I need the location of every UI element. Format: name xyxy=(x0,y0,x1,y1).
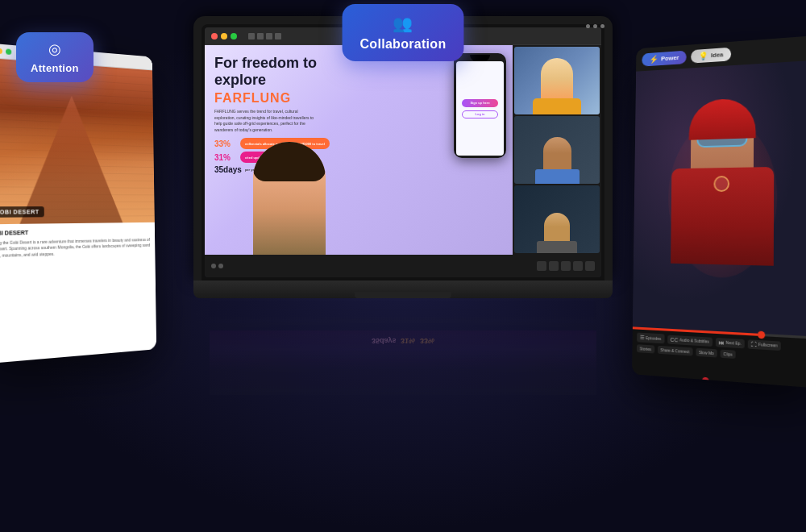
laptop-content: For freedom to explore FARFLUNG FARFLUNG… xyxy=(205,45,601,255)
fullscreen-label: Fullscreen xyxy=(758,342,778,348)
taskbar-icon-5 xyxy=(585,261,595,271)
mac-maximize-btn xyxy=(6,48,11,55)
gobi-text-section: GOBI DESERT Visiting the Gobi Desert is … xyxy=(0,222,155,265)
gobi-title: GOBI DESERT xyxy=(0,227,151,238)
video-player-content xyxy=(633,60,806,337)
presentation-person xyxy=(253,142,326,255)
stat-3-value: 35days xyxy=(214,165,242,174)
phone-mockup: Sign up here Log in xyxy=(454,53,506,158)
ls-tb-1 xyxy=(248,33,255,39)
taskbar-icon-3 xyxy=(561,261,571,271)
reflection-stat-2: 31% xyxy=(401,337,415,345)
fullscreen-icon: ⛶ xyxy=(751,341,757,347)
slow-btn[interactable]: Slow Mo xyxy=(696,348,717,358)
clips-btn[interactable]: Clips xyxy=(721,350,736,359)
deco-dot-3 xyxy=(600,24,604,28)
next-ep-btn[interactable]: ⏭ Next Ep. xyxy=(716,337,745,347)
idea-badge[interactable]: 💡 Idea xyxy=(691,47,731,63)
video-controls: ☰ Episodes CC Audio & Subtitles ⏭ Next E… xyxy=(632,329,806,388)
main-scene: GOBI DESERT GOBI DESERT Visiting the Gob… xyxy=(0,0,806,532)
ls-close xyxy=(211,33,218,39)
idea-label: Idea xyxy=(711,51,723,59)
collaboration-badge[interactable]: 👥 Collaboration xyxy=(342,4,463,61)
attention-label: Attention xyxy=(31,62,79,74)
presentation-slide: For freedom to explore FARFLUNG FARFLUNG… xyxy=(205,45,513,255)
taskbar-icon-4 xyxy=(573,261,583,271)
stat-1-value: 33% xyxy=(214,139,237,148)
signup-btn: Sign up here xyxy=(462,99,498,107)
video-cell-3 xyxy=(514,185,600,253)
deco-dots xyxy=(586,24,604,28)
hero-background xyxy=(633,60,806,337)
taskbar-icon-1 xyxy=(537,261,546,271)
subtitles-icon: CC xyxy=(671,336,679,343)
deco-dot-2 xyxy=(593,24,597,28)
subtitles-btn[interactable]: CC Audio & Subtitles xyxy=(667,335,713,346)
power-badge[interactable]: ⚡ Power xyxy=(642,50,686,66)
taskbar-dot-2 xyxy=(218,264,223,268)
collab-label: Collaboration xyxy=(359,37,446,52)
video-cell-2 xyxy=(514,116,600,184)
gobi-label: GOBI DESERT xyxy=(0,206,44,218)
laptop-screen: For freedom to explore FARFLUNG FARFLUNG… xyxy=(205,27,601,277)
episodes-btn[interactable]: ☰ Episodes xyxy=(637,333,664,344)
laptop-container: 👥 Collaboration xyxy=(193,16,613,395)
ls-tb-3 xyxy=(266,33,272,39)
gobi-body: Visiting the Gobi Desert is a rare adven… xyxy=(0,237,151,260)
gobi-desert-image: GOBI DESERT xyxy=(0,57,155,224)
clips-label: Clips xyxy=(723,351,732,357)
phone-screen: Sign up here Log in xyxy=(456,61,504,156)
episodes-icon: ☰ xyxy=(640,335,645,341)
taskbar-icon-2 xyxy=(549,261,559,271)
stories-btn[interactable]: Stories xyxy=(637,344,654,353)
hero-hood xyxy=(689,98,756,140)
power-label: Power xyxy=(661,54,679,62)
ls-tb-2 xyxy=(257,33,264,39)
video-progress-handle-2[interactable] xyxy=(702,377,709,385)
video-progress-handle[interactable] xyxy=(758,331,765,339)
stories-label: Stories xyxy=(640,346,651,351)
fullscreen-btn[interactable]: ⛶ Fullscreen xyxy=(748,339,781,351)
reflection-stat-3: 33% xyxy=(420,337,434,345)
video-grid xyxy=(513,45,601,255)
subtitles-label: Audio & Subtitles xyxy=(679,337,709,343)
collab-icon: 👥 xyxy=(393,14,413,33)
stat-2-value: 31% xyxy=(214,153,237,162)
power-icon: ⚡ xyxy=(649,54,658,63)
reflection-stat-1: 35days xyxy=(372,337,397,345)
login-btn: Log in xyxy=(462,110,498,118)
attention-icon: ◎ xyxy=(48,40,61,58)
pres-headline: For freedom to explore xyxy=(214,55,343,88)
superhero-figure xyxy=(633,73,806,336)
episodes-label: Episodes xyxy=(646,335,661,341)
slow-label: Slow Mo xyxy=(699,350,714,355)
laptop-reflection: 35days 31% 33% xyxy=(210,298,596,395)
mac-minimize-btn xyxy=(0,48,2,54)
deco-dot-1 xyxy=(586,24,590,28)
share-btn[interactable]: Share & Connect xyxy=(657,346,692,356)
laptop-base xyxy=(193,281,613,298)
ls-min xyxy=(221,33,227,39)
ls-max xyxy=(231,33,237,39)
hero-body xyxy=(671,167,774,266)
right-panel: ⚡ Power 💡 Idea xyxy=(632,35,806,388)
video-cell-1 xyxy=(514,47,600,114)
left-panel: GOBI DESERT GOBI DESERT Visiting the Gob… xyxy=(0,43,156,364)
share-label: Share & Connect xyxy=(660,347,689,354)
hero-emblem xyxy=(713,176,729,192)
attention-badge[interactable]: ◎ Attention xyxy=(16,32,93,82)
taskbar-dot-1 xyxy=(211,264,216,268)
next-ep-label: Next Ep. xyxy=(726,340,742,346)
pres-description: FARFLUNG serves the trend for travel, cu… xyxy=(214,109,319,133)
next-ep-icon: ⏭ xyxy=(719,339,725,346)
ls-tb-4 xyxy=(275,33,281,39)
idea-icon: 💡 xyxy=(699,51,708,60)
laptop-taskbar xyxy=(205,255,601,277)
